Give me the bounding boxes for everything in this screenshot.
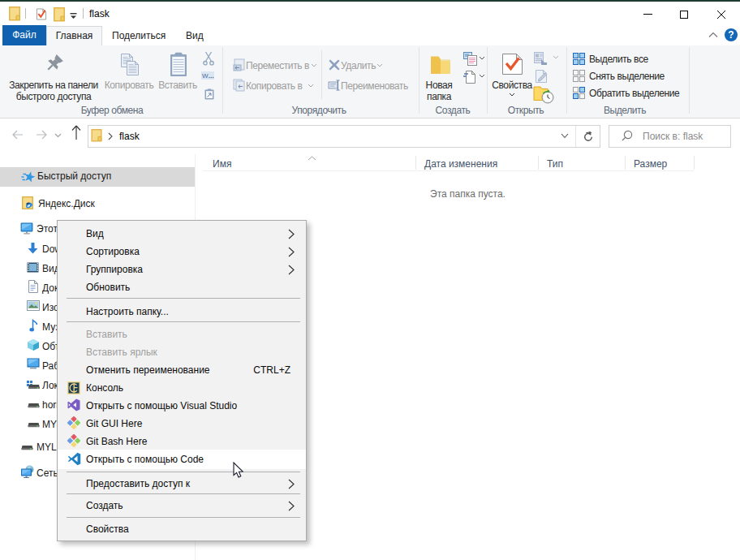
svg-text:W: W — [202, 72, 209, 80]
